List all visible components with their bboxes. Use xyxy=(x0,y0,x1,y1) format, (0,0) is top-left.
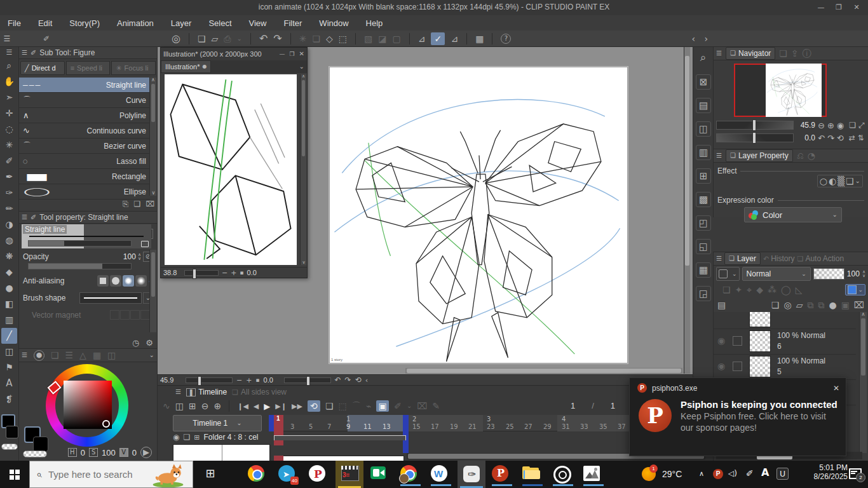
enable-onion-skin-icon[interactable]: ▣ xyxy=(376,400,389,412)
tool-palette-menu-icon[interactable]: ☰ xyxy=(0,49,18,56)
color-menu-icon[interactable]: ☰ xyxy=(22,352,27,358)
canvas-zoom-reset-icon[interactable]: ▪ xyxy=(255,377,259,383)
floating-canvas-view[interactable] xyxy=(165,74,297,265)
decoration-tool[interactable]: ❋ xyxy=(0,248,18,264)
floating-zoom-out-icon[interactable]: − xyxy=(222,269,227,276)
tray-volume-icon[interactable]: ◁) xyxy=(728,470,737,477)
crop-cmd-icon[interactable]: ⬚ xyxy=(339,34,347,43)
layerprop-tab2-icon[interactable]: ⎌ xyxy=(797,151,804,160)
sv-cursor[interactable] xyxy=(102,420,110,428)
app-file-explorer[interactable] xyxy=(519,463,544,486)
toolbar-collapse-icon[interactable]: ☰ xyxy=(0,35,14,43)
lock-layer-icon[interactable]: ◆ xyxy=(756,285,763,294)
clip-below-icon[interactable]: ❏ xyxy=(722,285,731,294)
layerprop-tab3-icon[interactable]: ◔ xyxy=(808,151,815,160)
selection-border-icon[interactable]: ▢ xyxy=(393,34,401,43)
canvas-rotate-ccw-icon[interactable]: ↶ xyxy=(335,376,341,384)
selection-tool[interactable]: ◌ xyxy=(0,121,18,137)
value-value[interactable]: 0 xyxy=(132,448,137,458)
toolprop-menu-icon[interactable]: ☰ xyxy=(22,214,27,220)
color-sub-swatch[interactable] xyxy=(33,437,48,452)
subtool-tab-speed[interactable]: ≡Speed li xyxy=(66,61,111,75)
sync-tab-icon[interactable]: ⇪ xyxy=(791,49,799,58)
commandbar-overflow-right-icon[interactable]: › xyxy=(704,34,708,43)
fill-cmd-icon[interactable]: ❏ xyxy=(312,34,320,43)
navigator-menu-icon[interactable]: ☰ xyxy=(716,50,722,57)
opacity-slider[interactable] xyxy=(28,263,132,269)
effect-layer-color-icon[interactable]: ❏ xyxy=(846,177,854,186)
tray-clock[interactable]: 5:01 PM 8/26/2025 xyxy=(797,463,848,486)
subtool-menu-icon[interactable]: ☰ xyxy=(22,50,27,56)
floating-tab-chevron-icon[interactable]: ⌄ xyxy=(299,64,304,70)
save-icon[interactable]: ⎙ xyxy=(224,34,231,43)
auto-action-tab[interactable]: ❏ Auto Action xyxy=(797,254,844,263)
canvas-hscrollbar[interactable] xyxy=(405,368,682,374)
subtool-item-polyline[interactable]: ∧ Polyline xyxy=(19,108,150,123)
undo-icon[interactable]: ↶ xyxy=(259,34,268,44)
paint-tool[interactable]: ◑ xyxy=(0,217,18,233)
canvas-rotation-value[interactable]: 0.0 xyxy=(264,376,280,384)
go-last-frame-icon[interactable]: ▶▶ xyxy=(292,403,302,410)
color-history-tab-icon[interactable]: ▦ xyxy=(93,351,101,360)
toolprop-reset-icon[interactable]: ◷ xyxy=(132,339,139,347)
color-set-tab-icon[interactable]: ☰ xyxy=(65,351,74,360)
task-view-button[interactable]: ⊞ xyxy=(201,468,220,479)
effect-border-icon[interactable]: ○ xyxy=(820,177,827,186)
app-chrome[interactable] xyxy=(244,463,269,486)
subtool-item-rectangle[interactable]: ▮ Rectangle xyxy=(19,169,150,184)
tray-clip-studio-icon[interactable]: ✐ xyxy=(746,469,754,478)
window-close-button[interactable]: ✕ xyxy=(850,4,863,11)
inking-tool[interactable]: ✑ xyxy=(0,185,18,201)
start-button[interactable] xyxy=(0,461,29,488)
snap-special-ruler-icon[interactable]: ✓ xyxy=(431,32,445,45)
toast-body-line1[interactable]: Keep Psiphon free. Click here to visit xyxy=(681,411,837,421)
layer-visibility-icon[interactable]: ◉ xyxy=(717,362,725,370)
layer-visibility-icon[interactable]: ◉ xyxy=(717,336,725,345)
subtool-scroll-down-icon[interactable]: ∨ xyxy=(150,191,157,196)
navigator-rotate-reset-icon[interactable]: ⟲ xyxy=(837,134,844,142)
brush-size-slider[interactable] xyxy=(28,240,132,247)
canvas-rotation-slider[interactable] xyxy=(284,377,331,383)
layer-tab[interactable]: ❏ Layer xyxy=(724,252,761,265)
palette-icon-7[interactable]: ◰ xyxy=(696,215,711,231)
effect-tone-icon[interactable]: ◐ xyxy=(829,177,836,186)
color-slider-tab-icon[interactable]: ❏ xyxy=(51,351,59,360)
canvas-zoom-out-icon[interactable]: − xyxy=(236,377,242,384)
text-tool[interactable]: A xyxy=(0,376,18,391)
menu-help[interactable]: Help xyxy=(366,18,383,28)
sv-square[interactable] xyxy=(64,381,112,429)
expression-color-dropdown[interactable]: Color ⌄ xyxy=(744,207,842,222)
menu-window[interactable]: Window xyxy=(319,18,348,28)
new-file-icon[interactable]: ❏ xyxy=(198,34,206,43)
subtool-item-lasso-fill[interactable]: ◌ Lasso fill xyxy=(19,154,150,169)
navigator-flip-v-icon[interactable]: ⇅ xyxy=(858,134,864,142)
timeline-edit-icon[interactable]: ✎ xyxy=(432,402,440,410)
ruler-show-icon[interactable]: ◺ xyxy=(796,285,803,294)
combine-layer-icon[interactable]: ⧉ xyxy=(818,301,824,309)
subtool-item-straight-line[interactable]: ─── Straight line xyxy=(19,78,150,93)
floating-zoom-slider[interactable] xyxy=(184,270,219,276)
window-maximize-button[interactable]: ❐ xyxy=(832,4,845,11)
figure-tool[interactable]: ╱ xyxy=(1,328,17,344)
frame-border-tool[interactable]: ◫ xyxy=(0,344,18,360)
canvas-rotate-reset-icon[interactable]: ⟲ xyxy=(355,376,362,384)
palette-icon-10[interactable]: ◲ xyxy=(696,286,711,301)
floating-illustration-window[interactable]: Illustration* (2000 x 2000px 300 — ❐ ✕ I… xyxy=(160,47,308,278)
palette-icon-2[interactable]: ▤ xyxy=(696,98,711,113)
prev-frame-icon[interactable]: ◀ xyxy=(254,403,259,410)
snap-ruler-icon[interactable]: ⊿ xyxy=(418,34,426,43)
layer-row-partial[interactable] xyxy=(714,312,856,329)
new-vector-layer-icon[interactable]: ◎ xyxy=(783,301,791,309)
layer-name[interactable]: 5 xyxy=(777,367,782,376)
mask-enable-icon[interactable]: ◯ xyxy=(781,285,791,294)
subtool-item-curve[interactable]: ⌒ Curve xyxy=(19,93,150,108)
navigator-fit-icon[interactable]: ❏ xyxy=(849,121,856,129)
app-wattpad[interactable]: W xyxy=(427,463,452,486)
menu-story[interactable]: Story(P) xyxy=(69,18,100,28)
pencil-tool[interactable]: ✏ xyxy=(0,201,18,217)
search-input[interactable] xyxy=(47,468,145,480)
window-minimize-button[interactable]: — xyxy=(815,4,827,11)
menu-layer[interactable]: Layer xyxy=(171,18,192,28)
floating-rotation-value[interactable]: 0.0 xyxy=(247,269,257,276)
floating-zoom-reset-icon[interactable]: ▪ xyxy=(240,270,243,276)
